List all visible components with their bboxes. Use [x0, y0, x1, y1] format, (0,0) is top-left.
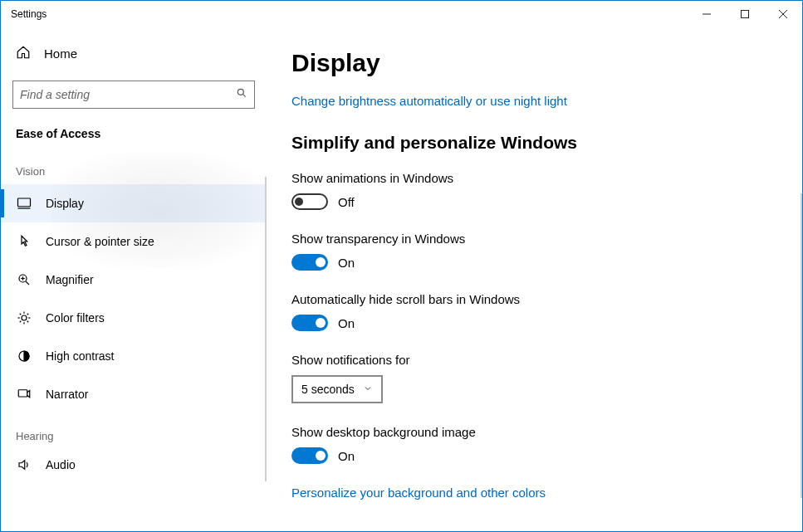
- home-label: Home: [44, 46, 77, 61]
- setting-background-image: Show desktop background image On: [291, 425, 777, 464]
- close-button[interactable]: [764, 1, 802, 27]
- sidebar-group-vision: Vision: [1, 149, 267, 184]
- chevron-down-icon: [363, 383, 373, 396]
- sidebar-item-label: Audio: [46, 458, 76, 471]
- notifications-select[interactable]: 5 seconds: [291, 375, 383, 403]
- sidebar-item-audio[interactable]: Audio: [1, 449, 267, 481]
- svg-rect-6: [18, 198, 31, 207]
- page-title: Display: [291, 49, 777, 77]
- setting-hide-scrollbars: Automatically hide scroll bars in Window…: [291, 292, 777, 331]
- toggle-animations[interactable]: [291, 193, 328, 210]
- titlebar: Settings: [1, 1, 802, 27]
- sidebar-item-label: Narrator: [46, 388, 88, 401]
- svg-line-11: [26, 281, 29, 285]
- toggle-state: Off: [338, 195, 355, 209]
- sidebar-item-label: Color filters: [46, 311, 105, 325]
- svg-line-5: [242, 94, 245, 96]
- svg-point-12: [22, 315, 27, 320]
- home-icon: [16, 45, 31, 62]
- sidebar-item-narrator[interactable]: Narrator: [1, 375, 267, 413]
- setting-animations: Show animations in Windows Off: [291, 171, 777, 210]
- svg-point-4: [237, 89, 243, 95]
- search-box[interactable]: [12, 81, 255, 109]
- sidebar-item-cursor[interactable]: Cursor & pointer size: [1, 222, 267, 261]
- sidebar-item-label: High contrast: [46, 349, 114, 363]
- setting-label: Automatically hide scroll bars in Window…: [291, 292, 777, 306]
- setting-label: Show animations in Windows: [291, 171, 777, 185]
- search-input[interactable]: [20, 88, 236, 101]
- maximize-button[interactable]: [726, 1, 764, 27]
- svg-line-19: [20, 321, 22, 323]
- sidebar-item-magnifier[interactable]: Magnifier: [1, 261, 267, 299]
- contrast-icon: [16, 348, 32, 364]
- setting-label: Show desktop background image: [291, 425, 777, 439]
- home-nav[interactable]: Home: [1, 34, 267, 72]
- sidebar-group-hearing: Hearing: [1, 413, 267, 449]
- speaker-icon: [16, 456, 32, 473]
- toggle-state: On: [338, 316, 355, 330]
- narrator-icon: [16, 386, 32, 403]
- section-title: Simplify and personalize Windows: [291, 133, 777, 153]
- setting-transparency: Show transparency in Windows On: [291, 232, 777, 271]
- sun-icon: [16, 310, 32, 326]
- toggle-state: On: [338, 256, 355, 270]
- toggle-state: On: [338, 449, 355, 463]
- sidebar-item-label: Display: [46, 197, 84, 210]
- setting-notifications: Show notifications for 5 seconds: [291, 353, 777, 403]
- sidebar-item-display[interactable]: Display: [1, 184, 267, 222]
- magnifier-icon: [16, 271, 32, 288]
- window-title: Settings: [11, 8, 47, 20]
- monitor-icon: [16, 195, 32, 212]
- minimize-button[interactable]: [688, 1, 726, 27]
- sidebar-item-high-contrast[interactable]: High contrast: [1, 337, 267, 375]
- toggle-hide-scrollbars[interactable]: [291, 315, 328, 331]
- brightness-link[interactable]: Change brightness automatically or use n…: [291, 94, 567, 108]
- svg-line-17: [20, 314, 22, 315]
- sidebar-item-label: Cursor & pointer size: [46, 235, 154, 248]
- personalize-link[interactable]: Personalize your background and other co…: [291, 486, 546, 500]
- sidebar-item-label: Magnifier: [46, 273, 94, 286]
- sidebar-heading: Ease of Access: [1, 109, 267, 149]
- svg-line-20: [27, 314, 29, 315]
- svg-line-18: [27, 321, 29, 323]
- svg-rect-1: [742, 11, 749, 18]
- cursor-icon: [16, 233, 32, 250]
- sidebar-item-color-filters[interactable]: Color filters: [1, 299, 267, 337]
- window-controls: [688, 1, 802, 27]
- main-content: Display Change brightness automatically …: [267, 27, 802, 531]
- search-icon: [236, 87, 247, 102]
- setting-label: Show transparency in Windows: [291, 232, 777, 246]
- toggle-transparency[interactable]: [291, 254, 328, 271]
- setting-label: Show notifications for: [291, 353, 777, 367]
- main-scrollbar[interactable]: [801, 193, 802, 498]
- sidebar: Home Ease of Access Vision Display Curso…: [1, 27, 267, 531]
- svg-rect-22: [18, 390, 27, 397]
- toggle-background-image[interactable]: [291, 447, 328, 464]
- select-value: 5 seconds: [301, 383, 355, 396]
